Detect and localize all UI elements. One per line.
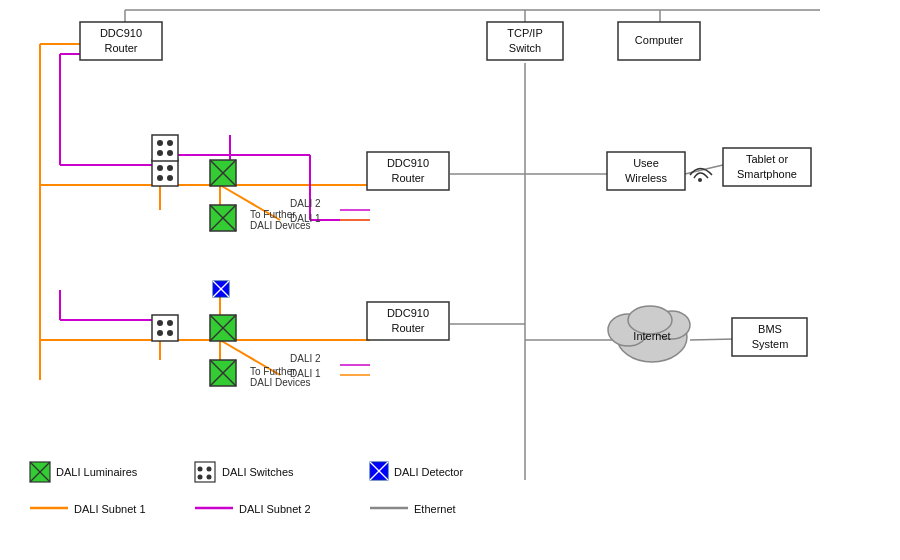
ddc-router-top-label1: DDC910 xyxy=(100,27,142,39)
internet-label: Internet xyxy=(633,330,670,342)
dali-switch-dot3 xyxy=(157,175,163,181)
dali-switch-b-dot3 xyxy=(157,330,163,336)
dali-switch-u-dot4 xyxy=(167,150,173,156)
dali1-label-bot: DALI 1 xyxy=(290,368,321,379)
legend-luminaire-label: DALI Luminaires xyxy=(56,466,138,478)
bms-label1: BMS xyxy=(758,323,782,335)
dali-switch-b-dot1 xyxy=(157,320,163,326)
dali2-label-top: DALI 2 xyxy=(290,198,321,209)
ddc-router-bot-label1: DDC910 xyxy=(387,307,429,319)
dali2-label-bot: DALI 2 xyxy=(290,353,321,364)
legend-switch-d3 xyxy=(198,475,203,480)
usee-wireless-label1: Usee xyxy=(633,157,659,169)
legend-switch-d2 xyxy=(207,467,212,472)
ddc-router-bot-label2: Router xyxy=(391,322,424,334)
dali-switch-dot4 xyxy=(167,175,173,181)
dali-switch-u-dot1 xyxy=(157,140,163,146)
legend-switch-label: DALI Switches xyxy=(222,466,294,478)
legend-switch-icon xyxy=(195,462,215,482)
ddc-router-mid-label2: Router xyxy=(391,172,424,184)
legend-ethernet-label: Ethernet xyxy=(414,503,456,515)
wireless-symbol2 xyxy=(694,173,708,178)
dali-switch-dot1 xyxy=(157,165,163,171)
wireless-dot xyxy=(698,178,702,182)
dali-switch-b-dot4 xyxy=(167,330,173,336)
dali1-label-top: DALI 1 xyxy=(290,213,321,224)
tablet-label1: Tablet or xyxy=(746,153,789,165)
usee-wireless-label2: Wireless xyxy=(625,172,668,184)
dali-switch-dot2 xyxy=(167,165,173,171)
dali-switch-upper xyxy=(152,135,178,161)
dali-switch-bot xyxy=(152,315,178,341)
legend-switch-d1 xyxy=(198,467,203,472)
tcpip-switch-label2: Switch xyxy=(509,42,541,54)
tablet-label2: Smartphone xyxy=(737,168,797,180)
legend-detector-label: DALI Detector xyxy=(394,466,463,478)
bms-label2: System xyxy=(752,338,789,350)
tcpip-switch-label1: TCP/IP xyxy=(507,27,542,39)
legend-subnet2-label: DALI Subnet 2 xyxy=(239,503,311,515)
dali-switch-u-dot3 xyxy=(157,150,163,156)
ddc-router-top-label2: Router xyxy=(104,42,137,54)
legend-switch-d4 xyxy=(207,475,212,480)
computer-label: Computer xyxy=(635,34,684,46)
ddc-router-mid-label1: DDC910 xyxy=(387,157,429,169)
dali-switch-top-left xyxy=(152,160,178,186)
dali-switch-u-dot2 xyxy=(167,140,173,146)
svg-line-10 xyxy=(690,339,735,340)
dali-switch-b-dot2 xyxy=(167,320,173,326)
legend-subnet1-label: DALI Subnet 1 xyxy=(74,503,146,515)
